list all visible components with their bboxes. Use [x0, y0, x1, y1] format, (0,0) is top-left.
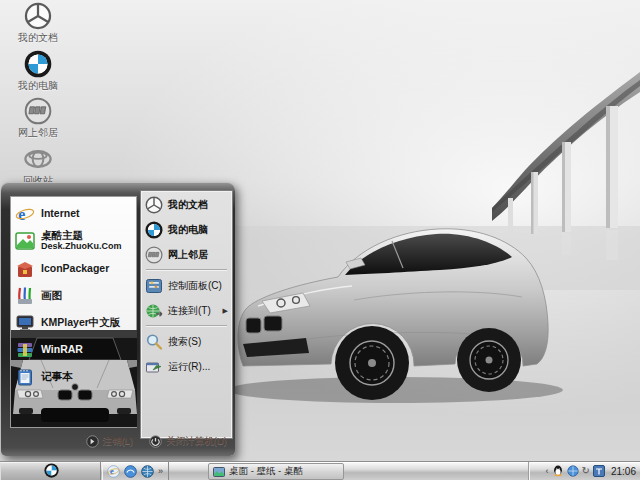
power-icon — [149, 435, 162, 448]
start-menu-left-column: e Internet 桌酷主题Desk.ZhuoKu.Com IconPacka… — [10, 196, 137, 428]
logoff-label: 注销(L) — [103, 435, 134, 448]
start-menu-item-control-panel[interactable]: 控制面板(C) — [142, 273, 231, 298]
menu-item-label: 我的电脑 — [168, 223, 208, 237]
start-menu-item-search[interactable]: 搜索(S) — [142, 329, 231, 354]
start-menu-right-column: 我的文档 我的电脑 网上邻居 控制面板(C) — [141, 191, 232, 438]
start-menu: e Internet 桌酷主题Desk.ZhuoKu.Com IconPacka… — [1, 182, 235, 456]
bmw-logo-icon — [24, 50, 52, 78]
desktop-icon-label: 网上邻居 — [8, 127, 68, 138]
start-menu-item-notepad[interactable]: 记事本 — [10, 363, 137, 390]
start-menu-item-paint[interactable]: 画图 — [10, 282, 137, 309]
start-menu-item-kmplayer[interactable]: KMPlayer中文版 — [10, 309, 137, 336]
logoff-icon — [86, 435, 99, 448]
start-menu-item-network-places[interactable]: 网上邻居 — [142, 242, 231, 267]
internet-explorer-icon: e — [15, 204, 35, 224]
window-button-label: 桌面 - 壁纸 - 桌酷 — [229, 465, 303, 478]
menu-item-label: IconPackager — [41, 263, 109, 274]
run-icon — [145, 358, 163, 376]
menu-item-label: 控制面板(C) — [168, 279, 222, 293]
menu-item-label: KMPlayer中文版 — [41, 317, 120, 328]
kmplayer-icon — [15, 313, 35, 333]
start-menu-item-run[interactable]: 运行(R)... — [142, 354, 231, 379]
taskbar: e » 桌面 - 壁纸 - 桌酷 ‹ ↻ — [0, 461, 640, 480]
notepad-icon — [15, 367, 35, 387]
menu-item-label: 网上邻居 — [168, 248, 208, 262]
desktop-icon-recycle-bin[interactable]: 回收站 — [8, 145, 68, 186]
iconpackager-icon — [15, 259, 35, 279]
desktop-icon-label: 我的电脑 — [8, 80, 68, 91]
taskbar-window-button[interactable]: 桌面 - 壁纸 - 桌酷 — [208, 463, 344, 480]
start-menu-footer: 注销(L) 关闭计算机(U) — [1, 431, 227, 451]
menu-item-label: WinRAR — [41, 344, 83, 355]
menu-item-label: 记事本 — [41, 371, 73, 382]
start-menu-item-my-computer[interactable]: 我的电脑 — [142, 217, 231, 242]
start-menu-left-items: e Internet 桌酷主题Desk.ZhuoKu.Com IconPacka… — [10, 196, 137, 390]
menu-separator — [146, 325, 227, 327]
submenu-arrow-icon: ▶ — [223, 307, 228, 315]
menu-item-label: 画图 — [41, 290, 62, 301]
themes-icon — [15, 231, 35, 251]
menu-item-label: Internet — [41, 208, 80, 219]
qq-icon[interactable] — [552, 465, 564, 477]
tray-ime-icon[interactable] — [593, 465, 605, 477]
start-menu-item-connect-to[interactable]: 连接到(T) ▶ — [142, 298, 231, 323]
quick-launch-ie-icon[interactable]: e — [107, 465, 120, 478]
menu-item-label: 连接到(T) — [168, 304, 211, 318]
mercedes-logo-icon — [145, 196, 163, 214]
start-menu-item-my-documents[interactable]: 我的文档 — [142, 192, 231, 217]
toyota-logo-icon — [24, 145, 52, 173]
menu-item-label: 我的文档 — [168, 198, 208, 212]
start-menu-item-internet[interactable]: e Internet — [10, 200, 137, 227]
search-icon — [145, 333, 163, 351]
winrar-icon — [15, 340, 35, 360]
svg-text:e: e — [110, 466, 114, 476]
svg-text:e: e — [18, 205, 25, 222]
menu-item-label: 桌酷主题Desk.ZhuoKu.Com — [41, 230, 122, 252]
quick-launch-overflow-chevron[interactable]: » — [158, 463, 163, 479]
control-panel-icon — [145, 277, 163, 295]
tray-network-icon[interactable] — [567, 465, 579, 477]
desktop-icon-my-computer[interactable]: 我的电脑 — [8, 50, 68, 91]
quick-launch-browser-icon[interactable] — [141, 465, 154, 478]
quick-launch-bar: e » — [102, 462, 169, 480]
system-tray: ‹ ↻ 21:06 — [528, 462, 640, 480]
tray-chevron-icon[interactable]: ‹ — [546, 466, 549, 476]
tray-update-icon[interactable]: ↻ — [582, 465, 590, 477]
buick-logo-icon — [24, 97, 52, 125]
shutdown-button[interactable]: 关闭计算机(U) — [149, 435, 227, 448]
logoff-button[interactable]: 注销(L) — [86, 435, 134, 448]
wallpaper-window-icon — [213, 466, 225, 478]
start-menu-item-winrar[interactable]: WinRAR — [10, 336, 137, 363]
start-menu-item-zhuoku-theme[interactable]: 桌酷主题Desk.ZhuoKu.Com — [10, 227, 137, 255]
menu-separator — [146, 269, 227, 271]
buick-logo-icon — [145, 246, 163, 264]
desktop[interactable]: 我的文档 我的电脑 网上邻居 回收站 — [0, 0, 640, 480]
mercedes-logo-icon — [24, 2, 52, 30]
paint-icon — [15, 286, 35, 306]
menu-item-label: 搜索(S) — [168, 335, 201, 349]
start-button[interactable] — [0, 462, 101, 480]
desktop-icon-network-places[interactable]: 网上邻居 — [8, 97, 68, 138]
quick-launch-messenger-icon[interactable] — [124, 465, 137, 478]
taskbar-clock[interactable]: 21:06 — [611, 466, 636, 477]
bmw-logo-icon — [44, 463, 59, 478]
connect-to-icon — [145, 302, 163, 320]
start-menu-item-iconpackager[interactable]: IconPackager — [10, 255, 137, 282]
shutdown-label: 关闭计算机(U) — [166, 435, 227, 448]
menu-item-label: 运行(R)... — [168, 360, 210, 374]
bmw-logo-icon — [145, 221, 163, 239]
desktop-icon-my-documents[interactable]: 我的文档 — [8, 2, 68, 43]
desktop-icon-label: 我的文档 — [8, 32, 68, 43]
